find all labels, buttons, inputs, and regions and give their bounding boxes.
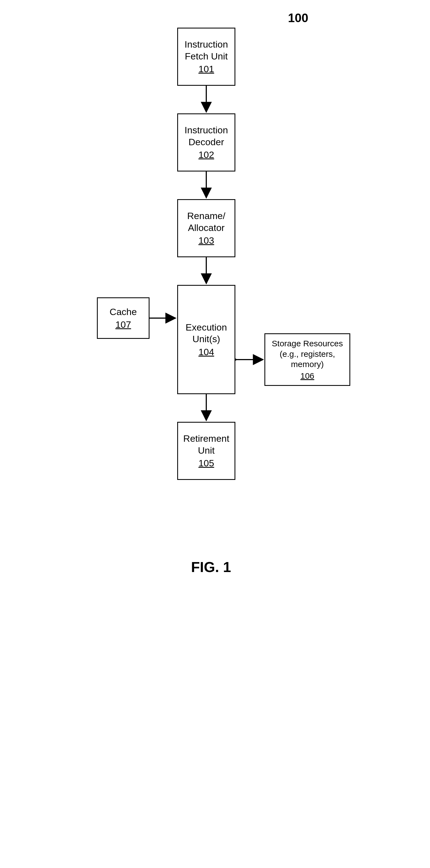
- box-ref: 103: [199, 235, 214, 246]
- box-storage-resources: Storage Resources (e.g., registers, memo…: [264, 333, 350, 386]
- box-rename-allocator: Rename/ Allocator 103: [177, 199, 235, 257]
- box-title: Instruction: [185, 38, 228, 50]
- box-ref: 105: [199, 457, 214, 469]
- box-title: Retirement: [183, 433, 229, 444]
- box-title: (e.g., registers, memory): [265, 349, 349, 370]
- box-retirement-unit: Retirement Unit 105: [177, 422, 235, 480]
- box-instruction-decoder: Instruction Decoder 102: [177, 114, 235, 172]
- box-execution-units: Execution Unit(s) 104: [177, 285, 235, 394]
- box-title: Storage Resources: [272, 338, 343, 349]
- figure-ref: 100: [288, 11, 308, 25]
- box-title: Execution Unit(s): [178, 321, 234, 345]
- box-ref: 104: [199, 346, 214, 358]
- box-title: Rename/: [187, 210, 225, 222]
- box-cache: Cache 107: [97, 297, 149, 339]
- box-title: Instruction: [185, 124, 228, 136]
- box-ref: 101: [199, 63, 214, 75]
- box-title: Fetch Unit: [185, 50, 228, 62]
- box-title: Unit: [198, 444, 214, 456]
- box-ref: 106: [300, 371, 314, 381]
- box-ref: 102: [199, 149, 214, 161]
- box-instruction-fetch: Instruction Fetch Unit 101: [177, 28, 235, 86]
- box-title: Allocator: [188, 222, 225, 234]
- diagram-page: 100 FIG. 1 Instruction Fetch Unit 101 In…: [0, 0, 430, 868]
- box-title: Decoder: [189, 136, 224, 148]
- box-title: Cache: [110, 306, 137, 318]
- box-ref: 107: [115, 319, 131, 331]
- figure-label: FIG. 1: [191, 559, 231, 575]
